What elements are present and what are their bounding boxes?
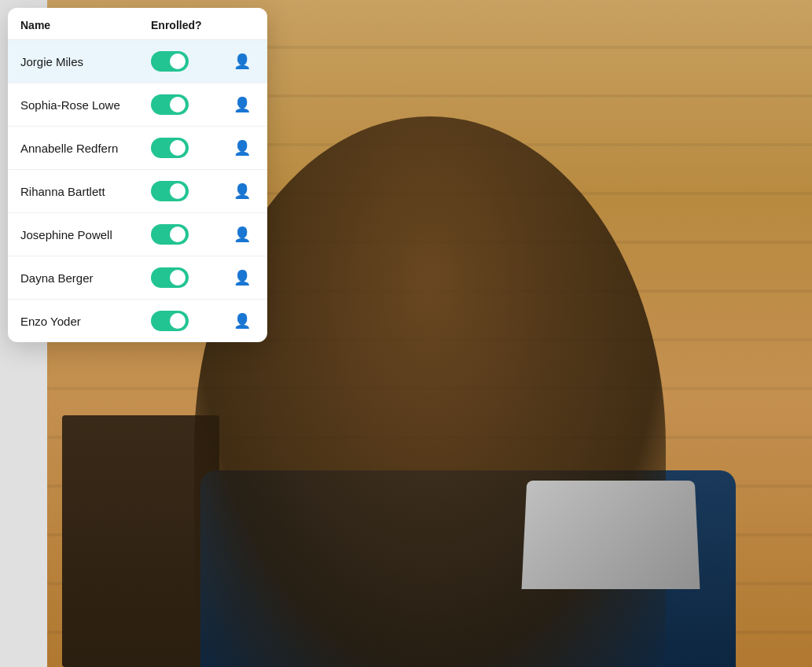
action-cell: 👤 bbox=[230, 312, 255, 330]
row-name: Annabelle Redfern bbox=[20, 142, 151, 155]
person-icon[interactable]: 👤 bbox=[233, 53, 251, 70]
toggle-check-icon: ✓ bbox=[175, 100, 182, 110]
row-name: Rihanna Bartlett bbox=[20, 185, 151, 198]
enrolled-toggle[interactable]: ✓ bbox=[151, 267, 189, 288]
person-icon[interactable]: 👤 bbox=[233, 269, 251, 286]
row-name: Josephine Powell bbox=[20, 228, 151, 241]
person-icon[interactable]: 👤 bbox=[233, 226, 251, 243]
enrollment-table-card: Name Enrolled? Jorgie Miles ✓ 👤 Sophia-R… bbox=[8, 8, 267, 342]
table-row: Annabelle Redfern ✓ 👤 bbox=[8, 127, 267, 170]
action-cell: 👤 bbox=[230, 269, 255, 286]
table-row: Dayna Berger ✓ 👤 bbox=[8, 256, 267, 300]
action-cell: 👤 bbox=[230, 182, 255, 200]
table-row: Josephine Powell ✓ 👤 bbox=[8, 213, 267, 256]
enrolled-toggle[interactable]: ✓ bbox=[151, 224, 189, 245]
toggle-cell: ✓ bbox=[151, 94, 230, 115]
action-cell: 👤 bbox=[230, 226, 255, 243]
table-row: Rihanna Bartlett ✓ 👤 bbox=[8, 170, 267, 213]
toggle-cell: ✓ bbox=[151, 311, 230, 331]
column-header-enrolled: Enrolled? bbox=[151, 19, 230, 31]
enrolled-toggle[interactable]: ✓ bbox=[151, 51, 189, 72]
enrolled-toggle[interactable]: ✓ bbox=[151, 94, 189, 115]
row-name: Sophia-Rose Lowe bbox=[20, 98, 151, 112]
toggle-cell: ✓ bbox=[151, 51, 230, 72]
toggle-cell: ✓ bbox=[151, 138, 230, 158]
table-header: Name Enrolled? bbox=[8, 8, 267, 40]
action-cell: 👤 bbox=[230, 139, 255, 157]
toggle-check-icon: ✓ bbox=[175, 230, 182, 240]
enrolled-toggle[interactable]: ✓ bbox=[151, 311, 189, 331]
toggle-check-icon: ✓ bbox=[175, 57, 182, 67]
action-cell: 👤 bbox=[230, 53, 255, 70]
row-name: Jorgie Miles bbox=[20, 55, 151, 68]
enrolled-toggle[interactable]: ✓ bbox=[151, 181, 189, 201]
table-row: Enzo Yoder ✓ 👤 bbox=[8, 300, 267, 342]
toggle-check-icon: ✓ bbox=[175, 143, 182, 153]
toggle-cell: ✓ bbox=[151, 267, 230, 288]
person-icon[interactable]: 👤 bbox=[233, 139, 251, 157]
toggle-cell: ✓ bbox=[151, 224, 230, 245]
person-icon[interactable]: 👤 bbox=[233, 312, 251, 330]
toggle-check-icon: ✓ bbox=[175, 273, 182, 283]
toggle-check-icon: ✓ bbox=[175, 186, 182, 197]
person-icon[interactable]: 👤 bbox=[233, 182, 251, 200]
person-icon[interactable]: 👤 bbox=[233, 96, 251, 113]
row-name: Enzo Yoder bbox=[20, 315, 151, 328]
enrolled-toggle[interactable]: ✓ bbox=[151, 138, 189, 158]
row-name: Dayna Berger bbox=[20, 271, 151, 285]
toggle-cell: ✓ bbox=[151, 181, 230, 201]
table-row: Jorgie Miles ✓ 👤 bbox=[8, 40, 267, 83]
laptop bbox=[522, 481, 700, 589]
column-header-name: Name bbox=[20, 19, 151, 31]
action-cell: 👤 bbox=[230, 96, 255, 113]
table-row: Sophia-Rose Lowe ✓ 👤 bbox=[8, 83, 267, 127]
toggle-check-icon: ✓ bbox=[175, 316, 182, 326]
